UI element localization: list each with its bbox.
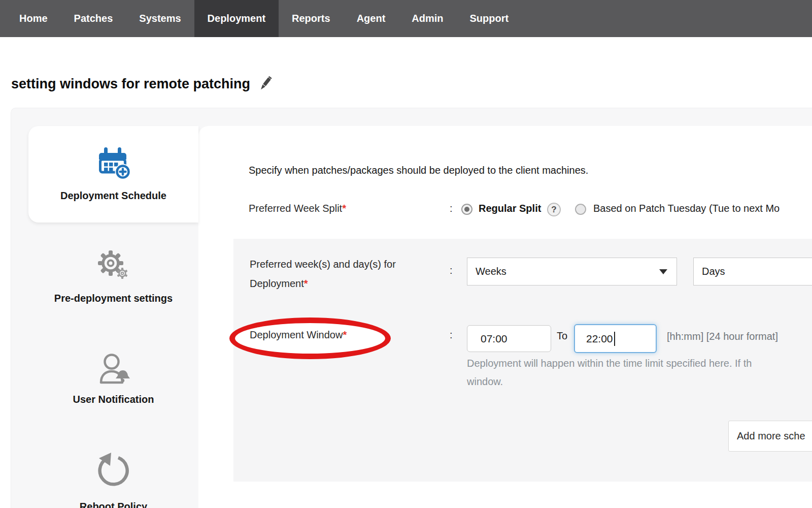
- required-asterisk: *: [304, 278, 308, 289]
- colon-1: :: [450, 203, 453, 214]
- sidebar-tab-label-pre-deployment-settings: Pre-deployment settings: [54, 293, 173, 304]
- sidebar-tab-label-deployment-schedule: Deployment Schedule: [60, 190, 166, 201]
- intro-text: Specify when patches/packages should be …: [249, 165, 588, 176]
- nav-item-deployment[interactable]: Deployment: [194, 0, 279, 37]
- window-end-time-value: 22:00: [586, 333, 613, 345]
- window-end-time-input[interactable]: 22:00: [574, 324, 657, 353]
- weeks-days-label-line2: Deployment*: [250, 278, 308, 290]
- gears-icon: [95, 249, 132, 288]
- deployment-window-label-text: Deployment Window: [250, 329, 343, 340]
- pencil-icon: [257, 75, 273, 93]
- required-asterisk: *: [343, 329, 347, 340]
- colon-3: :: [450, 329, 453, 341]
- to-label: To: [557, 330, 567, 342]
- deployment-schedule-icon-wrap: [28, 147, 198, 181]
- nav-item-agent[interactable]: Agent: [344, 0, 399, 37]
- nav-item-home[interactable]: Home: [6, 0, 61, 37]
- weeks-select[interactable]: Weeks: [467, 258, 677, 285]
- nav-item-admin[interactable]: Admin: [398, 0, 456, 37]
- text-caret: [614, 332, 615, 346]
- patch-tuesday-label[interactable]: Based on Patch Tuesday (Tue to next Mo: [593, 203, 780, 214]
- add-more-schedules-button[interactable]: Add more sche: [728, 421, 812, 452]
- days-select-value: Days: [702, 266, 725, 277]
- screen: Home Patches Systems Deployment Reports …: [0, 0, 812, 508]
- edit-title-button[interactable]: [257, 75, 273, 93]
- patch-tuesday-radio[interactable]: [575, 204, 586, 215]
- sidebar-label-wrap-4: Reboot Policy: [28, 501, 198, 508]
- regular-split-radio[interactable]: [461, 204, 472, 215]
- window-help-line1: Deployment will happen within the time l…: [467, 358, 752, 369]
- nav-item-patches[interactable]: Patches: [61, 0, 126, 37]
- help-icon[interactable]: ?: [547, 203, 561, 216]
- window-start-time-input[interactable]: 07:00: [467, 325, 551, 352]
- preferred-week-split-label-text: Preferred Week Split: [249, 203, 342, 214]
- calendar-plus-icon: [96, 147, 131, 181]
- user-bell-icon: [95, 353, 132, 389]
- nav-item-reports[interactable]: Reports: [279, 0, 344, 37]
- page-title: setting windows for remote patching: [11, 76, 250, 92]
- time-format-hint: [hh:mm] [24 hour format]: [667, 331, 778, 342]
- nav-item-support[interactable]: Support: [457, 0, 522, 37]
- weeks-days-label-line2-text: Deployment: [250, 278, 304, 289]
- colon-2: :: [450, 265, 453, 276]
- sidebar-label-wrap-1: Deployment Schedule: [28, 190, 198, 202]
- sidebar-tab-label-user-notification: User Notification: [73, 394, 154, 405]
- window-help-line2: window.: [467, 376, 503, 388]
- weeks-select-value: Weeks: [476, 266, 506, 277]
- sidebar-tab-label-reboot-policy: Reboot Policy: [80, 501, 147, 508]
- required-asterisk: *: [342, 203, 346, 214]
- sidebar-tab-reboot-policy[interactable]: [28, 450, 198, 508]
- preferred-week-split-label: Preferred Week Split*: [249, 203, 346, 214]
- regular-split-label[interactable]: Regular Split: [479, 203, 541, 214]
- nav-item-systems[interactable]: Systems: [126, 0, 194, 37]
- days-select[interactable]: Days: [693, 258, 812, 285]
- top-nav: Home Patches Systems Deployment Reports …: [0, 0, 812, 37]
- sidebar-label-wrap-3: User Notification: [28, 394, 198, 405]
- window-start-time-value: 07:00: [481, 333, 507, 345]
- weeks-days-label-line1: Preferred week(s) and day(s) for: [250, 259, 396, 270]
- sidebar-label-wrap-2: Pre-deployment settings: [28, 293, 198, 304]
- chevron-down-icon: [659, 269, 667, 274]
- reboot-icon: [94, 450, 133, 494]
- deployment-window-label: Deployment Window*: [250, 329, 347, 341]
